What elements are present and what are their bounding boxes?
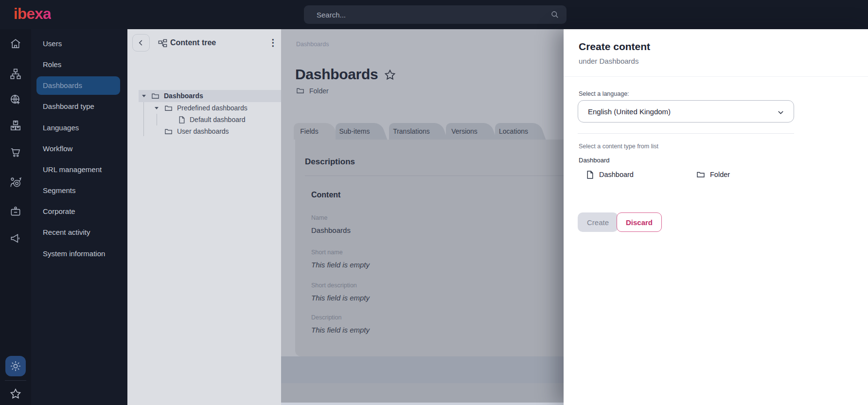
tree-item-user-dashboards[interactable]: User dashboards [127,125,281,138]
field-value: Dashboards [311,226,351,234]
tree-item-label: Predefined dashboards [177,104,248,112]
content-type-option-label: Folder [710,171,730,178]
panel-divider [578,133,794,134]
content-type-option-folder[interactable]: Folder [696,168,730,181]
sidebar-item-dashboard-type[interactable]: Dashboard type [31,98,127,115]
file-icon [586,170,594,179]
section-title: Descriptions [305,157,355,167]
field-value: This field is empty [311,294,370,302]
field-label: Short name [311,249,343,256]
main-menu-rail [0,29,31,405]
bookmark-star-icon[interactable] [384,69,396,81]
field-label: Short description [311,282,357,289]
field-label: Description [311,314,342,321]
language-select[interactable]: English (United Kingdom) [578,100,794,123]
create-button[interactable]: Create [578,212,618,232]
sidebar-item-url-management[interactable]: URL management [31,161,127,178]
create-panel-subtitle: under Dashboards [579,57,638,65]
page-title: Dashboards [295,66,378,83]
tab-versions[interactable]: Versions [446,123,483,140]
sidebar-item-users[interactable]: Users [31,35,127,52]
content-tree-icon [158,39,167,48]
settings-gear-icon[interactable] [5,356,26,376]
products-boxes-icon[interactable] [9,119,22,132]
breadcrumb[interactable]: Dashboards [296,41,329,48]
sidebar-item-segments[interactable]: Segments [31,182,127,199]
folder-icon [164,104,173,112]
search-bar[interactable] [304,5,567,24]
folder-icon [151,92,159,100]
top-bar: ibexa Site: All context AU [0,0,868,29]
tab-bar: Fields Sub-items Translations Versions L… [281,123,564,140]
field-value: This field is empty [311,261,370,269]
section-divider [305,176,567,176]
content-type-option-dashboard[interactable]: Dashboard [586,168,634,181]
content-type-row: Folder [296,87,329,95]
tree-item-default-dashboard[interactable]: Default dashboard [127,114,281,126]
sidebar-item-languages[interactable]: Languages [31,120,127,136]
discard-button[interactable]: Discard [617,212,662,232]
sidebar-item-corporate[interactable]: Corporate [31,203,127,220]
ibexa-logo[interactable]: ibexa [14,5,51,23]
content-type-option-label: Dashboard [599,171,634,178]
tree-item-label: Dashboards [164,92,203,100]
content-type-list-label: Select a content type from list [579,143,658,150]
content-type-label: Folder [309,87,329,95]
content-tree-title: Content tree [170,38,216,47]
site-globe-icon[interactable] [9,93,22,106]
search-input[interactable] [304,5,567,24]
main-bottom-strip [281,403,564,405]
field-label: Name [311,214,327,221]
folder-icon [296,87,304,95]
create-panel-title: Create content [579,41,650,53]
content-type-group-label: Dashboard [579,157,610,164]
caret-down-icon[interactable] [142,95,146,97]
main-content: Dashboards Dashboards Folder Fields Sub-… [281,29,564,405]
caret-down-icon[interactable] [155,107,159,109]
content-tree-panel: Content tree ⋮ Dashboards Predefined das… [127,29,281,405]
fields-card: Descriptions Content Name Dashboards Sho… [295,140,567,356]
tree-kebab-menu-icon[interactable]: ⋮ [268,36,278,50]
main-footer-band [281,383,564,405]
sidebar-item-dashboards[interactable]: Dashboards [31,77,127,94]
folder-icon [164,127,173,136]
tree-item-predefined-dashboards[interactable]: Predefined dashboards [127,102,281,114]
secondary-menu: Users Roles Dashboards Dashboard type La… [31,29,127,405]
sidebar-item-recent-activity[interactable]: Recent activity [31,224,127,241]
create-content-panel: Create content under Dashboards Select a… [564,29,868,405]
sidebar-item-roles[interactable]: Roles [31,56,127,73]
language-select-value: English (United Kingdom) [588,107,671,116]
folder-icon [696,170,705,179]
field-group-title: Content [311,191,340,199]
hierarchy-icon[interactable] [9,68,22,80]
tree-item-label: Default dashboard [190,116,245,123]
file-icon [178,116,186,124]
chevron-down-icon [777,108,785,117]
chevron-left-icon [137,38,145,47]
tab-locations[interactable]: Locations [495,123,532,140]
commerce-cart-icon[interactable] [9,146,22,158]
tab-fields[interactable]: Fields [294,123,325,140]
home-icon[interactable] [9,37,22,50]
language-select-label: Select a language: [579,90,629,97]
tab-sub-items[interactable]: Sub-items [336,123,373,140]
tree-item-label: User dashboards [177,127,229,135]
tree-item-dashboards[interactable]: Dashboards [139,90,281,102]
create-panel-header: Create content under Dashboards [564,29,868,77]
collapse-tree-button[interactable] [132,34,150,52]
sidebar-item-workflow[interactable]: Workflow [31,141,127,157]
personalization-target-icon[interactable] [9,176,22,189]
page-title-row: Dashboards [295,66,396,83]
corporate-badge-icon[interactable] [9,205,22,218]
favorites-star-icon[interactable] [9,387,22,400]
marketing-megaphone-icon[interactable] [9,232,22,245]
search-icon [550,10,560,19]
field-value: This field is empty [311,326,370,334]
sidebar-item-system-information[interactable]: System information [31,246,127,262]
tab-translations[interactable]: Translations [389,123,434,140]
rail-divider [5,380,26,381]
